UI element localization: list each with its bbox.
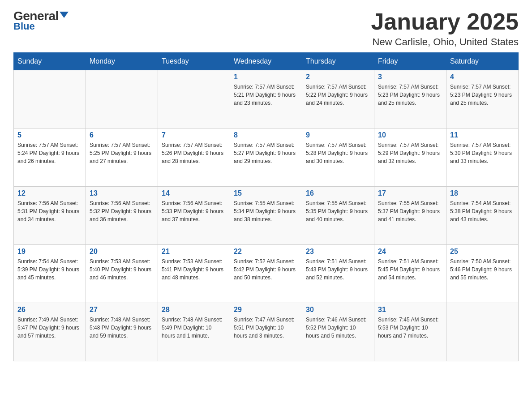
day-number: 10 [378,131,442,139]
day-info: Sunrise: 7:57 AM Sunset: 5:28 PM Dayligh… [306,141,370,165]
day-number: 6 [90,131,154,139]
day-info: Sunrise: 7:52 AM Sunset: 5:42 PM Dayligh… [234,257,298,282]
day-of-week-header: Saturday [446,53,519,70]
day-of-week-header: Thursday [302,53,374,70]
day-info: Sunrise: 7:57 AM Sunset: 5:25 PM Dayligh… [90,141,154,165]
calendar-cell: 5Sunrise: 7:57 AM Sunset: 5:24 PM Daylig… [14,128,86,187]
day-info: Sunrise: 7:56 AM Sunset: 5:33 PM Dayligh… [162,199,226,223]
calendar-cell: 6Sunrise: 7:57 AM Sunset: 5:25 PM Daylig… [86,128,158,187]
calendar-cell: 7Sunrise: 7:57 AM Sunset: 5:26 PM Daylig… [158,128,230,187]
page-header: General Blue January 2025 New Carlisle, … [13,9,519,48]
calendar-body: 1Sunrise: 7:57 AM Sunset: 5:21 PM Daylig… [14,70,519,361]
calendar-cell [446,303,519,361]
calendar-cell: 12Sunrise: 7:56 AM Sunset: 5:31 PM Dayli… [14,187,86,245]
day-number: 9 [306,131,370,139]
calendar-cell: 9Sunrise: 7:57 AM Sunset: 5:28 PM Daylig… [302,128,374,187]
day-number: 2 [306,73,370,81]
calendar-cell: 28Sunrise: 7:48 AM Sunset: 5:49 PM Dayli… [158,303,230,361]
calendar-cell: 16Sunrise: 7:55 AM Sunset: 5:35 PM Dayli… [302,187,374,245]
calendar-cell: 21Sunrise: 7:53 AM Sunset: 5:41 PM Dayli… [158,245,230,303]
calendar-cell: 11Sunrise: 7:57 AM Sunset: 5:30 PM Dayli… [446,128,519,187]
calendar-cell: 24Sunrise: 7:51 AM Sunset: 5:45 PM Dayli… [374,245,446,303]
day-info: Sunrise: 7:57 AM Sunset: 5:29 PM Dayligh… [378,141,442,165]
day-number: 3 [378,73,442,81]
calendar-subtitle: New Carlisle, Ohio, United States [371,36,519,48]
calendar-cell: 15Sunrise: 7:55 AM Sunset: 5:34 PM Dayli… [230,187,302,245]
calendar-cell: 1Sunrise: 7:57 AM Sunset: 5:21 PM Daylig… [230,70,302,128]
day-info: Sunrise: 7:56 AM Sunset: 5:31 PM Dayligh… [17,199,82,223]
day-number: 21 [162,248,226,256]
day-info: Sunrise: 7:57 AM Sunset: 5:21 PM Dayligh… [234,83,298,107]
calendar-week-row: 5Sunrise: 7:57 AM Sunset: 5:24 PM Daylig… [14,128,519,187]
day-of-week-header: Friday [374,53,446,70]
calendar-week-row: 19Sunrise: 7:54 AM Sunset: 5:39 PM Dayli… [14,245,519,303]
days-of-week-row: SundayMondayTuesdayWednesdayThursdayFrid… [14,53,519,70]
day-number: 16 [306,189,370,197]
day-number: 19 [17,248,82,256]
day-number: 20 [90,248,154,256]
day-number: 30 [306,306,370,314]
day-number: 25 [450,248,515,256]
day-number: 22 [234,248,298,256]
calendar-cell: 31Sunrise: 7:45 AM Sunset: 5:53 PM Dayli… [374,303,446,361]
logo-blue-text: Blue [13,21,35,32]
calendar-cell: 13Sunrise: 7:56 AM Sunset: 5:32 PM Dayli… [86,187,158,245]
day-number: 18 [450,189,515,197]
day-number: 7 [162,131,226,139]
day-info: Sunrise: 7:57 AM Sunset: 5:24 PM Dayligh… [17,141,82,165]
calendar-table: SundayMondayTuesdayWednesdayThursdayFrid… [13,52,519,361]
calendar-cell: 23Sunrise: 7:51 AM Sunset: 5:43 PM Dayli… [302,245,374,303]
calendar-cell [86,70,158,128]
calendar-cell: 4Sunrise: 7:57 AM Sunset: 5:23 PM Daylig… [446,70,519,128]
day-number: 28 [162,306,226,314]
day-info: Sunrise: 7:51 AM Sunset: 5:45 PM Dayligh… [378,257,442,282]
day-of-week-header: Monday [86,53,158,70]
day-number: 13 [90,189,154,197]
calendar-cell: 20Sunrise: 7:53 AM Sunset: 5:40 PM Dayli… [86,245,158,303]
day-number: 24 [378,248,442,256]
day-info: Sunrise: 7:55 AM Sunset: 5:37 PM Dayligh… [378,199,442,223]
calendar-cell: 19Sunrise: 7:54 AM Sunset: 5:39 PM Dayli… [14,245,86,303]
day-info: Sunrise: 7:57 AM Sunset: 5:27 PM Dayligh… [234,141,298,165]
day-number: 5 [17,131,82,139]
day-info: Sunrise: 7:49 AM Sunset: 5:47 PM Dayligh… [17,316,82,340]
calendar-cell: 8Sunrise: 7:57 AM Sunset: 5:27 PM Daylig… [230,128,302,187]
day-info: Sunrise: 7:55 AM Sunset: 5:34 PM Dayligh… [234,199,298,223]
day-number: 8 [234,131,298,139]
day-of-week-header: Tuesday [158,53,230,70]
day-number: 31 [378,306,442,314]
day-info: Sunrise: 7:45 AM Sunset: 5:53 PM Dayligh… [378,316,442,340]
calendar-cell: 14Sunrise: 7:56 AM Sunset: 5:33 PM Dayli… [158,187,230,245]
calendar-cell: 27Sunrise: 7:48 AM Sunset: 5:48 PM Dayli… [86,303,158,361]
day-info: Sunrise: 7:50 AM Sunset: 5:46 PM Dayligh… [450,257,515,282]
calendar-cell: 26Sunrise: 7:49 AM Sunset: 5:47 PM Dayli… [14,303,86,361]
day-of-week-header: Sunday [14,53,86,70]
calendar-cell: 10Sunrise: 7:57 AM Sunset: 5:29 PM Dayli… [374,128,446,187]
day-number: 27 [90,306,154,314]
day-number: 11 [450,131,515,139]
day-number: 14 [162,189,226,197]
calendar-week-row: 26Sunrise: 7:49 AM Sunset: 5:47 PM Dayli… [14,303,519,361]
day-info: Sunrise: 7:57 AM Sunset: 5:22 PM Dayligh… [306,83,370,107]
day-info: Sunrise: 7:57 AM Sunset: 5:26 PM Dayligh… [162,141,226,165]
calendar-week-row: 12Sunrise: 7:56 AM Sunset: 5:31 PM Dayli… [14,187,519,245]
calendar-cell: 29Sunrise: 7:47 AM Sunset: 5:51 PM Dayli… [230,303,302,361]
day-info: Sunrise: 7:48 AM Sunset: 5:49 PM Dayligh… [162,316,226,340]
calendar-title: January 2025 [371,9,519,34]
day-number: 23 [306,248,370,256]
day-number: 29 [234,306,298,314]
day-info: Sunrise: 7:55 AM Sunset: 5:35 PM Dayligh… [306,199,370,223]
calendar-cell: 17Sunrise: 7:55 AM Sunset: 5:37 PM Dayli… [374,187,446,245]
day-number: 1 [234,73,298,81]
day-number: 15 [234,189,298,197]
day-info: Sunrise: 7:47 AM Sunset: 5:51 PM Dayligh… [234,316,298,340]
calendar-cell: 22Sunrise: 7:52 AM Sunset: 5:42 PM Dayli… [230,245,302,303]
calendar-header: SundayMondayTuesdayWednesdayThursdayFrid… [14,53,519,70]
day-number: 26 [17,306,82,314]
calendar-cell: 18Sunrise: 7:54 AM Sunset: 5:38 PM Dayli… [446,187,519,245]
day-number: 17 [378,189,442,197]
day-number: 4 [450,73,515,81]
day-info: Sunrise: 7:51 AM Sunset: 5:43 PM Dayligh… [306,257,370,282]
day-info: Sunrise: 7:54 AM Sunset: 5:39 PM Dayligh… [17,257,82,282]
calendar-cell [14,70,86,128]
